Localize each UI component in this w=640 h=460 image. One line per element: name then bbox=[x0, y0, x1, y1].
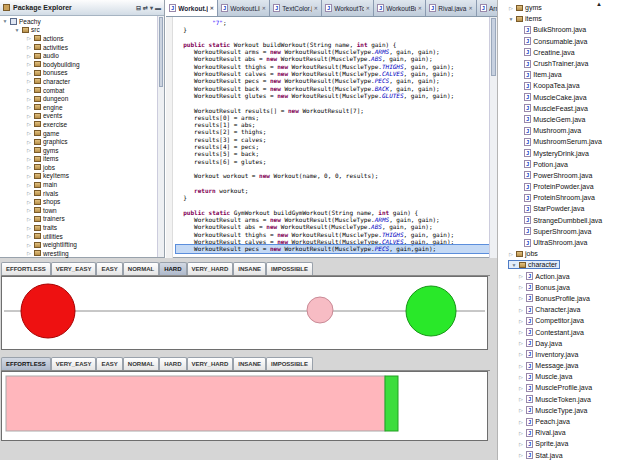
file-item-MysteryDrink.java[interactable]: JMysteryDrink.java bbox=[498, 147, 640, 158]
code-line[interactable]: WorkoutResult thighs = new WorkoutResult… bbox=[176, 231, 497, 238]
chevron-right-icon[interactable]: ▷ bbox=[26, 199, 32, 205]
difficulty-tab-easy[interactable]: EASY bbox=[96, 262, 122, 275]
chevron-right-icon[interactable]: ▷ bbox=[26, 130, 32, 136]
code-line[interactable]: WorkoutResult arms = new WorkoutResult(M… bbox=[176, 216, 497, 223]
close-icon[interactable]: ✕ bbox=[418, 5, 422, 11]
file-item-MushroomSerum.java[interactable]: JMushroomSerum.java bbox=[498, 136, 640, 147]
editor-tab-ArmWrestlin...[interactable]: JArmWrestlin...✕ bbox=[477, 0, 497, 16]
code-line[interactable]: results[3] = calves; bbox=[176, 136, 497, 143]
chevron-right-icon[interactable]: ▷ bbox=[26, 78, 32, 84]
difficulty-tab-insane[interactable]: INSANE bbox=[233, 262, 266, 275]
code-line[interactable]: WorkoutResult abs = new WorkoutResult(Mu… bbox=[176, 223, 497, 230]
code-line[interactable]: "7"; bbox=[176, 19, 497, 26]
package-item-rivals[interactable]: ▷rivals bbox=[0, 189, 164, 198]
file-item-Mushroom.java[interactable]: JMushroom.java bbox=[498, 125, 640, 136]
editor-tab-TextColor.java[interactable]: JTextColor.java✕ bbox=[270, 0, 322, 16]
package-item-keyItems[interactable]: ▷keyItems bbox=[0, 172, 164, 181]
file-item-SuperShroom.java[interactable]: JSuperShroom.java bbox=[498, 226, 640, 237]
package-item-events[interactable]: ▷events bbox=[0, 112, 164, 121]
package-item-weightlifting[interactable]: ▷weightlifting bbox=[0, 240, 164, 249]
code-line[interactable]: results[1] = abs; bbox=[176, 121, 497, 128]
project-item-peachy[interactable]: ▼ Peachy bbox=[0, 17, 164, 26]
difficulty-tab-effortless[interactable]: EFFORTLESS bbox=[1, 262, 51, 275]
scrollbar-thumb[interactable] bbox=[159, 17, 163, 87]
chevron-right-icon[interactable]: ▷ bbox=[518, 340, 524, 346]
editor-tab-Workout.java[interactable]: JWorkout.java✕ bbox=[166, 0, 218, 16]
file-item-Potion.java[interactable]: JPotion.java bbox=[498, 159, 640, 170]
file-item-Sprite.java[interactable]: ▷JSprite.java bbox=[498, 438, 640, 449]
code-line[interactable]: results[4] = pecs; bbox=[176, 143, 497, 150]
file-item-Consumable.java[interactable]: JConsumable.java bbox=[498, 36, 640, 47]
difficulty-tab-very_easy[interactable]: VERY_EASY bbox=[51, 357, 97, 370]
minimize-icon[interactable]: ▬ bbox=[155, 4, 161, 12]
difficulty-tab-impossible[interactable]: IMPOSSIBLE bbox=[266, 262, 313, 275]
code-line[interactable]: WorkoutResult arms = new WorkoutResult(M… bbox=[176, 48, 497, 55]
code-line[interactable]: } bbox=[176, 26, 497, 33]
chevron-right-icon[interactable]: ▷ bbox=[26, 53, 32, 59]
chevron-right-icon[interactable]: ▷ bbox=[26, 156, 32, 162]
code-editor[interactable]: "7"; } public static Workout buildWorkou… bbox=[173, 17, 497, 258]
file-item-MuscleType.java[interactable]: ▷JMuscleType.java bbox=[498, 405, 640, 416]
package-item-engine[interactable]: ▷engine bbox=[0, 103, 164, 112]
chevron-right-icon[interactable]: ▷ bbox=[518, 385, 524, 391]
package-item-graphics[interactable]: ▷graphics bbox=[0, 137, 164, 146]
chevron-right-icon[interactable]: ▷ bbox=[508, 251, 514, 257]
file-item-Day.java[interactable]: ▷JDay.java bbox=[498, 338, 640, 349]
file-item-Item.java[interactable]: JItem.java bbox=[498, 69, 640, 80]
chevron-right-icon[interactable]: ▷ bbox=[518, 430, 524, 436]
code-line[interactable]: public static GymWorkout buildGymWorkout… bbox=[176, 209, 497, 216]
code-line[interactable]: results[6] = glutes; bbox=[176, 158, 497, 165]
file-item-Rival.java[interactable]: ▷JRival.java bbox=[498, 427, 640, 438]
code-line[interactable] bbox=[176, 99, 497, 106]
code-line[interactable]: WorkoutResult calves = new WorkoutResult… bbox=[176, 238, 497, 245]
close-icon[interactable]: ✕ bbox=[366, 5, 370, 11]
package-item-game[interactable]: ▷game bbox=[0, 129, 164, 138]
chevron-right-icon[interactable]: ▷ bbox=[518, 363, 524, 369]
chevron-right-icon[interactable]: ▷ bbox=[518, 351, 524, 357]
package-item-activities[interactable]: ▷activities bbox=[0, 43, 164, 52]
code-line[interactable]: public static Workout buildWorkout(Strin… bbox=[176, 41, 497, 48]
file-item-Competitor.java[interactable]: ▷JCompetitor.java bbox=[498, 315, 640, 326]
difficulty-tab-hard[interactable]: HARD bbox=[159, 357, 186, 370]
file-item-ProteinShroom.java[interactable]: JProteinShroom.java bbox=[498, 192, 640, 203]
tree-node-jobs[interactable]: ▷jobs bbox=[498, 248, 640, 259]
chevron-right-icon[interactable]: ▷ bbox=[518, 374, 524, 380]
link-editor-icon[interactable]: ⇄ bbox=[143, 4, 148, 12]
collapse-all-icon[interactable]: ⊟ bbox=[136, 4, 141, 12]
file-item-BulkShroom.java[interactable]: JBulkShroom.java bbox=[498, 24, 640, 35]
package-item-utilities[interactable]: ▷utilities bbox=[0, 232, 164, 241]
code-line[interactable]: WorkoutResult back = new WorkoutResult(M… bbox=[176, 85, 497, 92]
view-menu-icon[interactable]: ▾ bbox=[150, 4, 153, 12]
package-item-bodybuilding[interactable]: ▷bodybuilding bbox=[0, 60, 164, 69]
code-line[interactable]: results[0] = arms; bbox=[176, 114, 497, 121]
code-line[interactable] bbox=[176, 180, 497, 187]
package-item-actions[interactable]: ▷actions bbox=[0, 34, 164, 43]
chevron-right-icon[interactable]: ▷ bbox=[26, 70, 32, 76]
difficulty-tab-effortless[interactable]: EFFORTLESS bbox=[1, 357, 51, 370]
chevron-right-icon[interactable]: ▷ bbox=[518, 396, 524, 402]
chevron-right-icon[interactable]: ▷ bbox=[26, 104, 32, 110]
close-icon[interactable]: ✕ bbox=[210, 5, 214, 11]
file-item-MuscleCake.java[interactable]: JMuscleCake.java bbox=[498, 92, 640, 103]
chevron-right-icon[interactable]: ▷ bbox=[518, 284, 524, 290]
package-item-traits[interactable]: ▷traits bbox=[0, 223, 164, 232]
tree-node-items[interactable]: ▼items bbox=[498, 13, 640, 24]
file-item-Message.java[interactable]: ▷JMessage.java bbox=[498, 360, 640, 371]
file-item-Bonus.java[interactable]: ▷JBonus.java bbox=[498, 282, 640, 293]
package-item-bonuses[interactable]: ▷bonuses bbox=[0, 69, 164, 78]
package-item-trainers[interactable]: ▷trainers bbox=[0, 215, 164, 224]
editor-scrollbar[interactable] bbox=[489, 17, 497, 258]
chevron-right-icon[interactable]: ▷ bbox=[26, 225, 32, 231]
editor-tab-WorkoutLibr...[interactable]: JWorkoutLibr...✕ bbox=[218, 0, 270, 16]
file-item-Character.java[interactable]: ▷JCharacter.java bbox=[498, 304, 640, 315]
difficulty-tab-very_hard[interactable]: VERY_HARD bbox=[187, 357, 234, 370]
code-line[interactable]: WorkoutResult glutes = new WorkoutResult… bbox=[176, 92, 497, 99]
chevron-right-icon[interactable]: ▷ bbox=[26, 147, 32, 153]
chevron-right-icon[interactable]: ▷ bbox=[26, 173, 32, 179]
chevron-right-icon[interactable]: ▷ bbox=[26, 250, 32, 256]
chevron-right-icon[interactable]: ▷ bbox=[26, 182, 32, 188]
package-explorer-scrollbar[interactable] bbox=[157, 16, 164, 257]
chevron-right-icon[interactable]: ▷ bbox=[26, 35, 32, 41]
file-item-BonusProfile.java[interactable]: ▷JBonusProfile.java bbox=[498, 293, 640, 304]
chevron-right-icon[interactable]: ▷ bbox=[26, 216, 32, 222]
